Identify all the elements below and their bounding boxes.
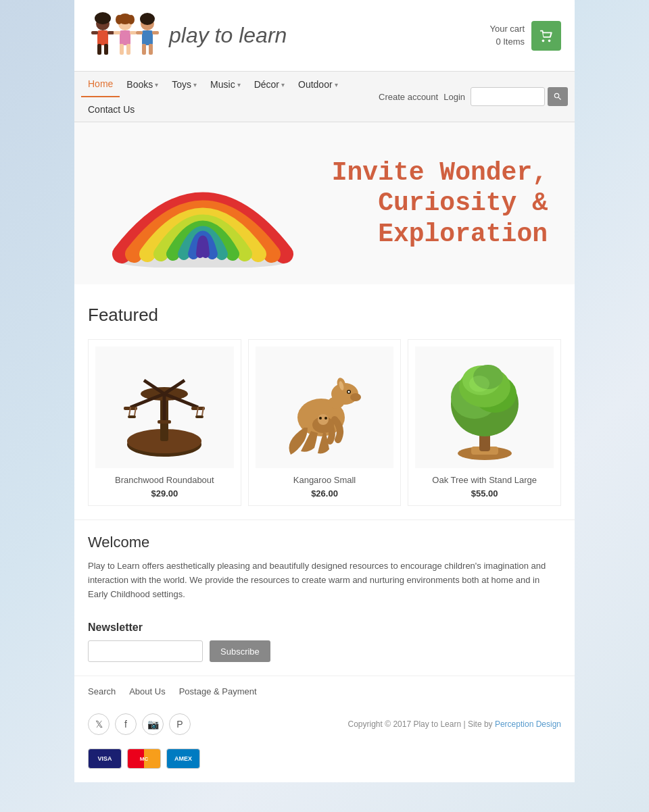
svg-point-52 — [319, 417, 322, 420]
tagline-line2: Curiosity & — [378, 188, 548, 218]
cart-area: Your cart 0 Items — [489, 21, 561, 51]
newsletter-title: Newsletter — [88, 621, 561, 634]
visa-icon: VISA — [88, 748, 122, 769]
svg-rect-14 — [114, 31, 120, 34]
product-image-2 — [256, 347, 394, 468]
hero-banner: Invite Wonder, Curiosity & Exploration — [74, 122, 575, 284]
instagram-icon[interactable]: 📷 — [142, 713, 164, 735]
nav-item-home[interactable]: Home — [81, 72, 120, 97]
hero-tagline: Invite Wonder, Curiosity & Exploration — [331, 157, 548, 250]
nav-item-decor[interactable]: Décor ▾ — [247, 72, 291, 97]
svg-rect-6 — [107, 31, 114, 34]
product-card-1[interactable]: Branchwood Roundabout $29.00 — [88, 339, 241, 506]
copyright: Copyright © 2017 Play to Learn | Site by… — [348, 719, 561, 729]
svg-point-17 — [140, 13, 155, 25]
footer-link-search[interactable]: Search — [88, 686, 116, 696]
svg-rect-11 — [120, 30, 130, 45]
nav-item-books[interactable]: Books ▾ — [120, 72, 165, 97]
search-icon — [553, 92, 562, 101]
footer-link-about[interactable]: About Us — [129, 686, 165, 696]
svg-rect-20 — [149, 44, 153, 55]
search-button[interactable] — [548, 87, 568, 106]
featured-title: Featured — [88, 305, 561, 326]
product-card-2[interactable]: Kangaroo Small $26.00 — [248, 339, 402, 506]
svg-rect-21 — [136, 31, 143, 34]
create-account-link[interactable]: Create account — [379, 92, 438, 102]
svg-rect-15 — [130, 31, 137, 34]
social-icons: 𝕏 f 📷 P — [88, 713, 191, 735]
cart-button[interactable] — [531, 21, 561, 51]
cart-items: 0 Items — [489, 36, 525, 48]
nav-item-toys[interactable]: Toys ▾ — [165, 72, 203, 97]
footer-nav: Search About Us Postage & Payment — [74, 676, 575, 707]
search-input[interactable] — [471, 87, 545, 106]
page-wrapper: play to learn Your cart 0 Items Home Boo… — [74, 0, 575, 782]
svg-rect-22 — [152, 31, 159, 34]
music-dropdown-arrow: ▾ — [237, 81, 241, 88]
hero-text: Invite Wonder, Curiosity & Exploration — [318, 157, 548, 250]
tagline-line3: Exploration — [378, 220, 548, 249]
product-name-3: Oak Tree with Stand Large — [415, 475, 554, 485]
svg-point-53 — [324, 417, 327, 420]
svg-rect-41 — [195, 415, 203, 418]
hero-image — [101, 136, 318, 271]
svg-rect-18 — [142, 30, 153, 45]
books-dropdown-arrow: ▾ — [155, 81, 158, 88]
product-image-1 — [95, 347, 234, 468]
payment-bar: VISA MC AMEX — [74, 742, 575, 782]
outdoor-dropdown-arrow: ▾ — [335, 81, 338, 88]
header: play to learn Your cart 0 Items — [74, 0, 575, 71]
product-price-2: $26.00 — [256, 488, 394, 499]
search-box — [471, 87, 568, 106]
product-name-2: Kangaroo Small — [256, 475, 394, 485]
cart-label: Your cart — [489, 23, 525, 35]
svg-point-10 — [118, 14, 132, 24]
svg-rect-19 — [142, 44, 146, 55]
product-name-1: Branchwood Roundabout — [95, 475, 234, 485]
amex-icon: AMEX — [166, 748, 200, 769]
nav-item-music[interactable]: Music ▾ — [203, 72, 247, 97]
newsletter-form: Subscribe — [88, 640, 561, 662]
svg-rect-35 — [158, 420, 171, 424]
svg-rect-5 — [91, 31, 98, 34]
svg-point-46 — [348, 391, 350, 393]
svg-rect-38 — [128, 415, 136, 418]
social-bar: 𝕏 f 📷 P Copyright © 2017 Play to Learn |… — [74, 707, 575, 742]
nav-item-outdoor[interactable]: Outdoor ▾ — [291, 72, 345, 97]
welcome-section: Welcome Play to Learn offers aesthetical… — [74, 519, 575, 608]
mastercard-icon: MC — [127, 748, 161, 769]
newsletter-email-input[interactable] — [88, 640, 203, 662]
pinterest-icon[interactable]: P — [169, 713, 191, 735]
product-price-1: $29.00 — [95, 488, 234, 499]
facebook-icon[interactable]: f — [115, 713, 137, 735]
svg-point-44 — [350, 393, 361, 401]
login-link[interactable]: Login — [443, 92, 465, 102]
nav-right: Create account Login — [379, 87, 568, 106]
cart-text: Your cart 0 Items — [489, 23, 525, 47]
products-grid: Branchwood Roundabout $29.00 — [88, 339, 561, 506]
subscribe-button[interactable]: Subscribe — [210, 640, 270, 662]
svg-point-51 — [318, 414, 329, 425]
footer-link-postage[interactable]: Postage & Payment — [179, 686, 257, 696]
twitter-icon[interactable]: 𝕏 — [88, 713, 110, 735]
navigation: Home Books ▾ Toys ▾ Music ▾ Décor ▾ Outd… — [74, 71, 575, 122]
newsletter-section: Newsletter Subscribe — [74, 608, 575, 676]
welcome-title: Welcome — [88, 534, 561, 551]
toys-dropdown-arrow: ▾ — [193, 81, 197, 88]
copyright-text: Copyright © 2017 Play to Learn | Site by — [348, 719, 493, 729]
svg-rect-2 — [97, 30, 108, 45]
product-card-3[interactable]: Oak Tree with Stand Large $55.00 — [408, 339, 561, 506]
nav-links: Home Books ▾ Toys ▾ Music ▾ Décor ▾ Outd… — [81, 72, 379, 122]
svg-rect-13 — [126, 44, 130, 55]
logo-area: play to learn — [88, 10, 287, 61]
site-title: play to learn — [169, 23, 287, 48]
logo-image — [88, 10, 162, 61]
designer-link[interactable]: Perception Design — [495, 719, 561, 729]
product-price-3: $55.00 — [415, 488, 554, 499]
welcome-body: Play to Learn offers aesthetically pleas… — [88, 559, 561, 601]
nav-item-contact[interactable]: Contact Us — [81, 97, 141, 122]
svg-point-49 — [328, 397, 344, 409]
svg-point-1 — [95, 12, 111, 24]
svg-rect-4 — [104, 44, 108, 55]
decor-dropdown-arrow: ▾ — [281, 81, 285, 88]
